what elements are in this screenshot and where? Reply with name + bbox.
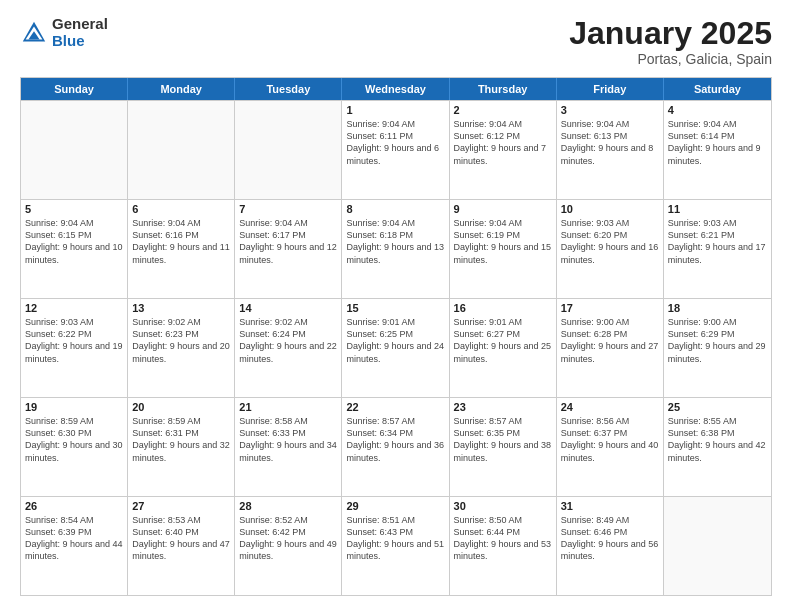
day-cell-24: 24Sunrise: 8:56 AM Sunset: 6:37 PM Dayli… — [557, 398, 664, 496]
day-cell-20: 20Sunrise: 8:59 AM Sunset: 6:31 PM Dayli… — [128, 398, 235, 496]
day-cell-19: 19Sunrise: 8:59 AM Sunset: 6:30 PM Dayli… — [21, 398, 128, 496]
empty-cell-0-0 — [21, 101, 128, 199]
day-cell-8: 8Sunrise: 9:04 AM Sunset: 6:18 PM Daylig… — [342, 200, 449, 298]
day-number: 27 — [132, 500, 230, 512]
calendar-row-1: 5Sunrise: 9:04 AM Sunset: 6:15 PM Daylig… — [21, 199, 771, 298]
header-day-sunday: Sunday — [21, 78, 128, 100]
day-cell-31: 31Sunrise: 8:49 AM Sunset: 6:46 PM Dayli… — [557, 497, 664, 595]
day-number: 10 — [561, 203, 659, 215]
day-info: Sunrise: 9:04 AM Sunset: 6:11 PM Dayligh… — [346, 118, 444, 167]
header-day-tuesday: Tuesday — [235, 78, 342, 100]
day-number: 6 — [132, 203, 230, 215]
day-number: 7 — [239, 203, 337, 215]
day-info: Sunrise: 9:01 AM Sunset: 6:27 PM Dayligh… — [454, 316, 552, 365]
day-cell-14: 14Sunrise: 9:02 AM Sunset: 6:24 PM Dayli… — [235, 299, 342, 397]
day-info: Sunrise: 9:04 AM Sunset: 6:16 PM Dayligh… — [132, 217, 230, 266]
day-number: 15 — [346, 302, 444, 314]
day-number: 25 — [668, 401, 767, 413]
day-info: Sunrise: 8:53 AM Sunset: 6:40 PM Dayligh… — [132, 514, 230, 563]
day-info: Sunrise: 8:57 AM Sunset: 6:35 PM Dayligh… — [454, 415, 552, 464]
day-cell-4: 4Sunrise: 9:04 AM Sunset: 6:14 PM Daylig… — [664, 101, 771, 199]
day-info: Sunrise: 9:04 AM Sunset: 6:14 PM Dayligh… — [668, 118, 767, 167]
calendar: SundayMondayTuesdayWednesdayThursdayFrid… — [20, 77, 772, 596]
day-cell-28: 28Sunrise: 8:52 AM Sunset: 6:42 PM Dayli… — [235, 497, 342, 595]
logo: General Blue — [20, 16, 108, 49]
day-cell-7: 7Sunrise: 9:04 AM Sunset: 6:17 PM Daylig… — [235, 200, 342, 298]
day-cell-2: 2Sunrise: 9:04 AM Sunset: 6:12 PM Daylig… — [450, 101, 557, 199]
day-cell-21: 21Sunrise: 8:58 AM Sunset: 6:33 PM Dayli… — [235, 398, 342, 496]
day-info: Sunrise: 8:57 AM Sunset: 6:34 PM Dayligh… — [346, 415, 444, 464]
day-info: Sunrise: 9:03 AM Sunset: 6:21 PM Dayligh… — [668, 217, 767, 266]
day-info: Sunrise: 8:58 AM Sunset: 6:33 PM Dayligh… — [239, 415, 337, 464]
header-day-wednesday: Wednesday — [342, 78, 449, 100]
day-info: Sunrise: 9:00 AM Sunset: 6:29 PM Dayligh… — [668, 316, 767, 365]
day-number: 12 — [25, 302, 123, 314]
day-number: 9 — [454, 203, 552, 215]
day-number: 17 — [561, 302, 659, 314]
day-cell-12: 12Sunrise: 9:03 AM Sunset: 6:22 PM Dayli… — [21, 299, 128, 397]
day-cell-25: 25Sunrise: 8:55 AM Sunset: 6:38 PM Dayli… — [664, 398, 771, 496]
day-info: Sunrise: 9:04 AM Sunset: 6:18 PM Dayligh… — [346, 217, 444, 266]
day-cell-17: 17Sunrise: 9:00 AM Sunset: 6:28 PM Dayli… — [557, 299, 664, 397]
day-number: 11 — [668, 203, 767, 215]
day-number: 18 — [668, 302, 767, 314]
day-cell-9: 9Sunrise: 9:04 AM Sunset: 6:19 PM Daylig… — [450, 200, 557, 298]
empty-cell-0-2 — [235, 101, 342, 199]
header-day-thursday: Thursday — [450, 78, 557, 100]
day-cell-6: 6Sunrise: 9:04 AM Sunset: 6:16 PM Daylig… — [128, 200, 235, 298]
calendar-header: SundayMondayTuesdayWednesdayThursdayFrid… — [21, 78, 771, 100]
day-cell-15: 15Sunrise: 9:01 AM Sunset: 6:25 PM Dayli… — [342, 299, 449, 397]
month-title: January 2025 — [569, 16, 772, 51]
day-cell-30: 30Sunrise: 8:50 AM Sunset: 6:44 PM Dayli… — [450, 497, 557, 595]
day-info: Sunrise: 8:49 AM Sunset: 6:46 PM Dayligh… — [561, 514, 659, 563]
page: General Blue January 2025 Portas, Galici… — [0, 0, 792, 612]
logo-blue-text: Blue — [52, 33, 108, 50]
day-info: Sunrise: 8:55 AM Sunset: 6:38 PM Dayligh… — [668, 415, 767, 464]
day-info: Sunrise: 8:50 AM Sunset: 6:44 PM Dayligh… — [454, 514, 552, 563]
calendar-body: 1Sunrise: 9:04 AM Sunset: 6:11 PM Daylig… — [21, 100, 771, 595]
header-day-monday: Monday — [128, 78, 235, 100]
day-number: 16 — [454, 302, 552, 314]
header: General Blue January 2025 Portas, Galici… — [20, 16, 772, 67]
day-number: 23 — [454, 401, 552, 413]
day-cell-10: 10Sunrise: 9:03 AM Sunset: 6:20 PM Dayli… — [557, 200, 664, 298]
day-number: 20 — [132, 401, 230, 413]
logo-text: General Blue — [52, 16, 108, 49]
calendar-row-0: 1Sunrise: 9:04 AM Sunset: 6:11 PM Daylig… — [21, 100, 771, 199]
day-info: Sunrise: 9:02 AM Sunset: 6:24 PM Dayligh… — [239, 316, 337, 365]
day-info: Sunrise: 9:03 AM Sunset: 6:20 PM Dayligh… — [561, 217, 659, 266]
day-info: Sunrise: 9:04 AM Sunset: 6:15 PM Dayligh… — [25, 217, 123, 266]
day-cell-13: 13Sunrise: 9:02 AM Sunset: 6:23 PM Dayli… — [128, 299, 235, 397]
header-day-saturday: Saturday — [664, 78, 771, 100]
day-number: 24 — [561, 401, 659, 413]
day-cell-23: 23Sunrise: 8:57 AM Sunset: 6:35 PM Dayli… — [450, 398, 557, 496]
day-number: 1 — [346, 104, 444, 116]
day-info: Sunrise: 9:03 AM Sunset: 6:22 PM Dayligh… — [25, 316, 123, 365]
day-info: Sunrise: 9:02 AM Sunset: 6:23 PM Dayligh… — [132, 316, 230, 365]
day-info: Sunrise: 9:04 AM Sunset: 6:13 PM Dayligh… — [561, 118, 659, 167]
day-info: Sunrise: 9:00 AM Sunset: 6:28 PM Dayligh… — [561, 316, 659, 365]
day-number: 13 — [132, 302, 230, 314]
day-number: 26 — [25, 500, 123, 512]
day-info: Sunrise: 8:56 AM Sunset: 6:37 PM Dayligh… — [561, 415, 659, 464]
empty-cell-4-6 — [664, 497, 771, 595]
day-cell-1: 1Sunrise: 9:04 AM Sunset: 6:11 PM Daylig… — [342, 101, 449, 199]
day-number: 4 — [668, 104, 767, 116]
day-number: 31 — [561, 500, 659, 512]
day-info: Sunrise: 8:51 AM Sunset: 6:43 PM Dayligh… — [346, 514, 444, 563]
day-cell-29: 29Sunrise: 8:51 AM Sunset: 6:43 PM Dayli… — [342, 497, 449, 595]
logo-general-text: General — [52, 16, 108, 33]
day-cell-26: 26Sunrise: 8:54 AM Sunset: 6:39 PM Dayli… — [21, 497, 128, 595]
day-number: 29 — [346, 500, 444, 512]
calendar-row-2: 12Sunrise: 9:03 AM Sunset: 6:22 PM Dayli… — [21, 298, 771, 397]
title-block: January 2025 Portas, Galicia, Spain — [569, 16, 772, 67]
day-number: 2 — [454, 104, 552, 116]
day-number: 30 — [454, 500, 552, 512]
day-number: 3 — [561, 104, 659, 116]
day-info: Sunrise: 9:04 AM Sunset: 6:19 PM Dayligh… — [454, 217, 552, 266]
day-cell-5: 5Sunrise: 9:04 AM Sunset: 6:15 PM Daylig… — [21, 200, 128, 298]
day-info: Sunrise: 8:59 AM Sunset: 6:30 PM Dayligh… — [25, 415, 123, 464]
empty-cell-0-1 — [128, 101, 235, 199]
day-number: 21 — [239, 401, 337, 413]
day-info: Sunrise: 9:01 AM Sunset: 6:25 PM Dayligh… — [346, 316, 444, 365]
